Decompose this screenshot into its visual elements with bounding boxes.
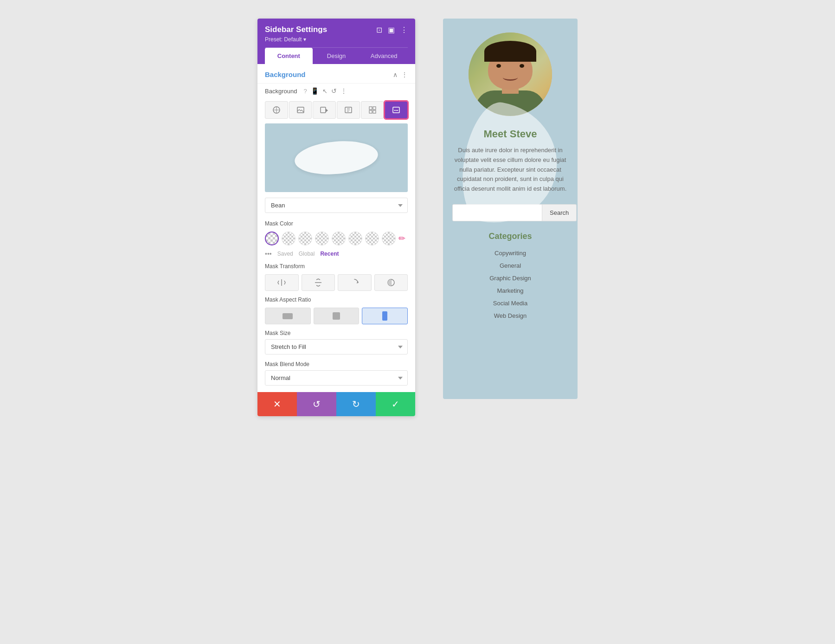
save-button[interactable]: ✓ [376, 392, 415, 416]
categories-section: Categories Copywriting General Graphic D… [452, 232, 568, 322]
recent-tab[interactable]: Recent [320, 251, 339, 257]
svg-rect-6 [369, 110, 372, 113]
help-icon[interactable]: ? [303, 88, 307, 95]
aspect-square-btn[interactable] [314, 308, 360, 324]
transform-invert[interactable] [374, 274, 408, 291]
reset-button[interactable]: ↺ [297, 392, 336, 416]
color-picker-icon[interactable]: ✏ [398, 233, 405, 244]
more-icon[interactable]: ⋮ [400, 26, 408, 34]
mask-size-label: Mask Size [257, 328, 415, 339]
cursor-icon[interactable]: ↖ [322, 88, 328, 95]
category-item-marketing[interactable]: Marketing [452, 284, 568, 297]
categories-title: Categories [452, 232, 568, 241]
right-eye [520, 64, 524, 68]
screenshot-icon[interactable]: ⊡ [376, 26, 382, 34]
mask-blend-mode-select-row: Normal [257, 370, 415, 392]
svg-rect-2 [321, 107, 326, 113]
smile [503, 74, 518, 81]
tab-design[interactable]: Design [313, 48, 360, 64]
color-swatch-2[interactable] [298, 232, 312, 245]
transform-flip-h[interactable] [265, 274, 299, 291]
tab-advanced[interactable]: Advanced [360, 48, 408, 64]
mask-shape-select-row: Bean [257, 198, 415, 219]
collapse-icon[interactable]: ∧ [393, 71, 398, 78]
color-swatch-6[interactable] [365, 232, 379, 245]
tall-rect [382, 311, 387, 321]
search-button[interactable]: Search [542, 204, 577, 221]
cancel-icon: ✕ [273, 399, 281, 410]
category-item-graphic-design[interactable]: Graphic Design [452, 272, 568, 284]
type-video-bg-btn[interactable] [313, 101, 336, 119]
three-dots-icon[interactable]: ••• [265, 250, 272, 258]
mask-size-select[interactable]: Stretch to Fill [265, 339, 408, 354]
category-item-web-design[interactable]: Web Design [452, 309, 568, 322]
mask-size-select-row: Stretch to Fill [257, 339, 415, 359]
background-section-header: Background ∧ ⋮ [257, 64, 415, 84]
aspect-tall-btn[interactable] [362, 308, 408, 324]
color-swatch-5[interactable] [348, 232, 362, 245]
type-image-btn[interactable] [289, 101, 312, 119]
mask-color-label: Mask Color [257, 219, 415, 230]
global-tab[interactable]: Global [299, 251, 315, 257]
mask-blend-mode-label: Mask Blend Mode [257, 359, 415, 370]
panel-body: Background ∧ ⋮ Background ? 📱 ↖ ↺ ⋮ [257, 64, 415, 392]
color-tab-row: ••• Saved Global Recent [257, 249, 415, 261]
type-mask-btn[interactable] [385, 101, 408, 119]
mask-preview [265, 123, 408, 192]
header-actions: ⊡ ▣ ⋮ [376, 26, 408, 34]
aspect-ratio-buttons [257, 306, 415, 328]
type-gradient-btn[interactable] [265, 101, 288, 119]
aspect-wide-btn[interactable] [265, 308, 311, 324]
color-swatch-1[interactable] [282, 232, 295, 245]
redo-button[interactable]: ↻ [336, 392, 376, 416]
options-icon[interactable]: ⋮ [401, 71, 408, 78]
tab-content[interactable]: Content [265, 48, 313, 64]
type-selector [257, 98, 415, 123]
sidebar-header: Sidebar Settings ⊡ ▣ ⋮ Preset: Default ▾… [257, 19, 415, 64]
square-rect [333, 312, 340, 320]
cancel-button[interactable]: ✕ [257, 392, 297, 416]
saved-tab[interactable]: Saved [277, 251, 293, 257]
type-video-btn[interactable] [337, 101, 360, 119]
redo-icon: ↻ [352, 399, 360, 410]
mask-blend-mode-select[interactable]: Normal [265, 370, 408, 386]
color-swatch-4[interactable] [332, 232, 346, 245]
meet-steve-section: Meet Steve Duis aute irure dolor in repr… [452, 123, 568, 194]
svg-rect-1 [297, 107, 304, 113]
transform-flip-v[interactable] [302, 274, 335, 291]
category-item-social-media[interactable]: Social Media [452, 297, 568, 309]
background-controls: ? 📱 ↖ ↺ ⋮ [303, 87, 347, 95]
reset-icon[interactable]: ↺ [331, 87, 337, 95]
meet-steve-content: Meet Steve Duis aute irure dolor in repr… [452, 123, 568, 194]
person-hair [484, 41, 536, 62]
sidebar-panel: Sidebar Settings ⊡ ▣ ⋮ Preset: Default ▾… [257, 19, 415, 416]
category-item-copywriting[interactable]: Copywriting [452, 247, 568, 259]
sidebar-title: Sidebar Settings [265, 25, 327, 34]
transform-rotate[interactable] [338, 274, 372, 291]
color-swatch-transparent[interactable] [265, 232, 279, 245]
preset-label[interactable]: Preset: Default ▾ [265, 36, 408, 43]
wide-rect [283, 313, 293, 319]
color-swatch-3[interactable] [315, 232, 329, 245]
bean-shape-preview [293, 138, 379, 177]
color-swatch-7[interactable] [382, 232, 396, 245]
background-label: Background [265, 88, 297, 95]
layout-icon[interactable]: ▣ [388, 26, 395, 34]
bio-text: Duis aute irure dolor in reprehenderit i… [452, 146, 568, 194]
section-header-actions: ∧ ⋮ [393, 71, 408, 78]
left-eye [496, 64, 501, 68]
reset-icon: ↺ [313, 399, 321, 410]
color-swatches-row: ✏ [257, 230, 415, 249]
background-row: Background ? 📱 ↖ ↺ ⋮ [257, 84, 415, 98]
mobile-icon[interactable]: 📱 [311, 87, 319, 95]
more-options-icon[interactable]: ⋮ [340, 87, 347, 95]
profile-photo [469, 32, 552, 116]
save-icon: ✓ [392, 399, 399, 410]
type-pattern-btn[interactable] [361, 101, 384, 119]
mask-shape-select[interactable]: Bean [265, 198, 408, 213]
category-item-general[interactable]: General [452, 259, 568, 272]
svg-rect-4 [369, 107, 372, 109]
mask-aspect-ratio-label: Mask Aspect Ratio [257, 295, 415, 306]
sidebar-tabs: Content Design Advanced [265, 47, 408, 64]
svg-rect-5 [373, 107, 376, 109]
